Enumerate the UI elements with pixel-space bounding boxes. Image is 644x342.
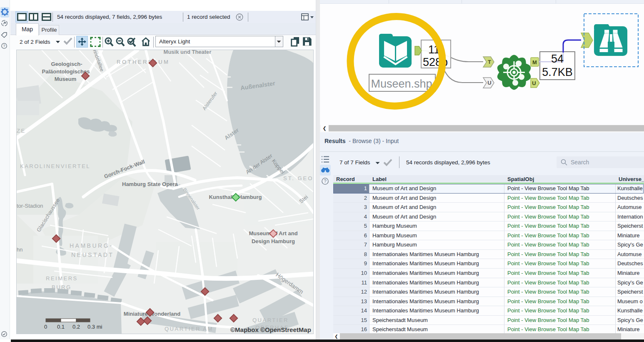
svg-text:ROTHERBAUM: ROTHERBAUM <box>117 59 170 65</box>
svg-text:Paläontologisches: Paläontologisches <box>42 68 90 75</box>
svg-text:KAROLINENVIERTEL: KAROLINENVIERTEL <box>20 163 90 169</box>
svg-text:REIMERS: REIMERS <box>46 275 78 282</box>
svg-text:0.2: 0.2 <box>72 324 80 330</box>
svg-text:?: ? <box>3 44 5 48</box>
svg-text:54: 54 <box>551 53 564 65</box>
svg-text:QUARTIER: QUARTIER <box>252 317 289 323</box>
svg-text:hn: hn <box>17 246 22 253</box>
svg-text:QUARTIER AM: QUARTIER AM <box>165 326 213 332</box>
svg-text:ZE: ZE <box>17 128 26 134</box>
svg-text:Musik und Theater: Musik und Theater <box>164 50 212 55</box>
svg-text:0.1: 0.1 <box>57 324 65 330</box>
svg-text:0.3 mi: 0.3 mi <box>87 324 102 330</box>
svg-text:Geologisch-: Geologisch- <box>51 61 82 67</box>
svg-text:tor-Stadion: tor-Stadion <box>17 203 43 209</box>
svg-text:©Mapbox ©OpenStreetMap: ©Mapbox ©OpenStreetMap <box>230 326 311 333</box>
svg-text:BURG: BURG <box>52 284 72 290</box>
svg-text:Hamburg State Opera: Hamburg State Opera <box>122 181 178 187</box>
svg-text:0: 0 <box>44 324 47 330</box>
svg-text:U: U <box>487 80 491 86</box>
svg-text:ST. GEOR: ST. GEOR <box>283 175 313 181</box>
svg-text:HAMBURG-: HAMBURG- <box>70 242 113 249</box>
svg-text:Museen.shp: Museen.shp <box>371 78 432 90</box>
svg-text:M: M <box>532 59 537 65</box>
svg-text:U: U <box>532 80 536 86</box>
svg-text:Museum: Museum <box>55 76 77 82</box>
svg-text:?: ? <box>324 179 326 184</box>
svg-text:5.7KB: 5.7KB <box>542 66 573 78</box>
svg-text:T: T <box>488 59 491 65</box>
svg-text:Design Hamburg: Design Hamburg <box>252 238 295 244</box>
svg-text:NEUSTADT: NEUSTADT <box>71 251 114 258</box>
